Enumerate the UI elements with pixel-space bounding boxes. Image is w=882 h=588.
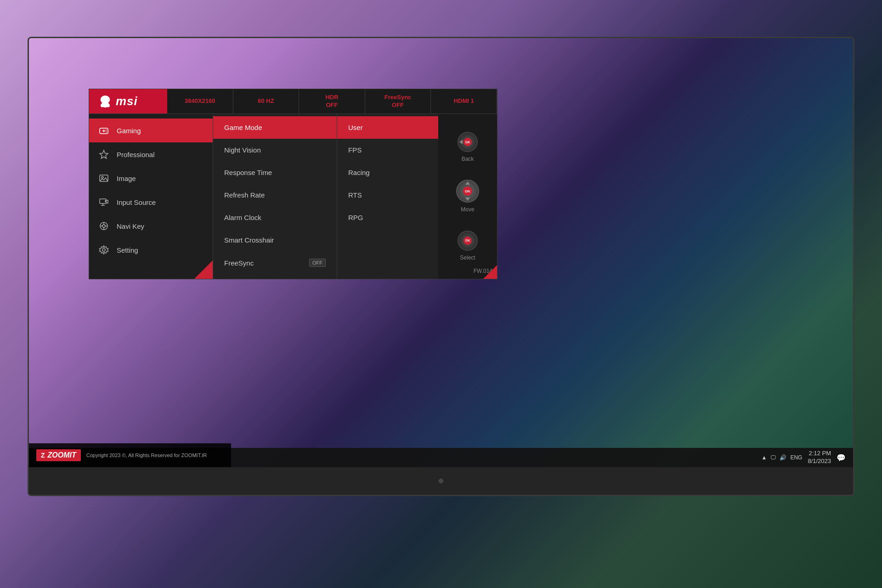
professional-icon [98,149,109,160]
sidebar-item-professional[interactable]: Professional [89,142,213,166]
header-hdr: HDROFF [299,89,365,113]
msi-brand-text: msi [116,94,138,108]
sidebar-image-label: Image [117,175,136,182]
select-label: Select [460,254,475,261]
dragon-icon [98,95,112,108]
smart-crosshair-label: Smart Crosshair [224,236,274,244]
rpg-label: RPG [348,214,363,221]
osd-header: msi 3840X2160 60 HZ HDROFF FreeSyncOFF H… [89,89,498,114]
up-arrow-icon [465,181,470,185]
game-mode-rts[interactable]: RTS [337,184,438,206]
right-panel: User FPS Racing RTS RPG [337,114,438,279]
header-input: HDMI 1 [431,89,497,113]
sidebar-item-navi-key[interactable]: Navi Key [89,214,213,238]
svg-marker-5 [100,150,108,158]
gaming-icon [98,125,109,136]
sidebar-setting-label: Setting [117,246,138,254]
menu-item-night-vision[interactable]: Night Vision [213,139,337,161]
sidebar-navi-key-label: Navi Key [117,222,144,230]
sidebar-item-input-source[interactable]: Input Source [89,190,213,214]
sidebar-gaming-label: Gaming [117,127,141,135]
svg-point-7 [102,176,103,178]
left-arrow-icon [459,140,463,144]
taskbar-time: 2:12 PM [808,450,831,458]
power-button[interactable] [439,479,443,483]
back-label: Back [462,156,474,162]
user-label: User [348,124,363,131]
move-ok-text: OK [465,189,470,193]
sidebar-item-gaming[interactable]: Gaming [89,119,213,142]
sidebar: Gaming Professional [89,114,213,279]
move-button[interactable]: OK [456,180,479,203]
move-label: Move [461,206,474,213]
corner-decoration [483,265,497,279]
game-mode-racing[interactable]: Racing [337,161,438,184]
refresh-rate-label: Refresh Rate [224,191,265,199]
game-mode-rpg[interactable]: RPG [337,206,438,229]
taskbar-right-section: ▲ 🖵 🔊 ENG 2:12 PM 8/1/2023 💬 [761,450,846,465]
monitor-frame: msi 3840X2160 60 HZ HDROFF FreeSyncOFF H… [28,37,854,496]
back-ok-text: OK [465,141,470,144]
select-button[interactable]: OK [458,231,478,251]
header-refresh: 60 HZ [233,89,300,113]
response-time-label: Response Time [224,169,272,176]
game-mode-label: Game Mode [224,124,262,131]
night-vision-label: Night Vision [224,146,261,154]
sidebar-input-source-label: Input Source [117,198,156,206]
monitor-screen: msi 3840X2160 60 HZ HDROFF FreeSyncOFF H… [29,38,853,467]
svg-point-3 [106,130,107,130]
menu-item-freesync[interactable]: FreeSync OFF [213,251,337,274]
menu-item-refresh-rate[interactable]: Refresh Rate [213,184,337,206]
menu-item-smart-crosshair[interactable]: Smart Crosshair [213,229,337,251]
osd-overlay: msi 3840X2160 60 HZ HDROFF FreeSyncOFF H… [89,89,498,279]
controls-panel: OK Back OK M [438,114,497,279]
rts-label: RTS [348,191,362,199]
header-freesync: FreeSyncOFF [365,89,431,113]
freesync-label: FreeSync [224,259,254,267]
sidebar-item-image[interactable]: Image [89,166,213,190]
select-ok-text: OK [465,239,470,242]
move-ok-circle: OK [463,187,472,196]
notification-icon[interactable]: 💬 [837,453,846,462]
middle-panel: Game Mode Night Vision Response Time Ref… [213,114,337,279]
menu-item-response-time[interactable]: Response Time [213,161,337,184]
input-source-icon [98,197,109,208]
language-label: ENG [790,454,802,461]
move-control-group: OK Move [456,180,479,213]
svg-point-4 [106,131,107,132]
fps-label: FPS [348,146,362,154]
zoomit-watermark: Z ZOOMIT Copyright 2023 ©, All Rights Re… [29,443,231,467]
racing-label: Racing [348,169,370,176]
svg-point-17 [102,249,105,251]
zoomit-z-icon: Z [41,452,45,459]
zoomit-logo: Z ZOOMIT [36,449,81,461]
sidebar-professional-label: Professional [117,151,155,158]
sidebar-item-setting[interactable]: Setting [89,238,213,262]
taskbar-system-icons: ▲ 🖵 🔊 ENG [761,454,802,461]
msi-logo: msi [89,89,167,113]
zoomit-brand-text: ZOOMIT [48,451,76,459]
menu-item-game-mode[interactable]: Game Mode [213,116,337,139]
game-mode-fps[interactable]: FPS [337,139,438,161]
select-control-group: OK Select [458,231,478,261]
setting-icon [98,244,109,255]
game-mode-user[interactable]: User [337,116,438,139]
monitor-icon: 🖵 [770,454,776,461]
osd-body: Gaming Professional [89,114,498,279]
taskbar-date: 8/1/2023 [808,458,831,465]
volume-icon: 🔊 [780,454,786,461]
svg-point-12 [102,225,105,227]
image-icon [98,173,109,184]
sidebar-corner-decoration [194,260,213,279]
back-control-group: OK Back [458,132,478,162]
taskbar-clock: 2:12 PM 8/1/2023 [808,450,831,465]
back-button[interactable]: OK [458,132,478,152]
freesync-badge: OFF [309,259,326,267]
chevron-up-icon: ▲ [761,454,767,461]
alarm-clock-label: Alarm Clock [224,214,261,221]
select-ok-circle: OK [464,237,472,245]
zoomit-copyright-text: Copyright 2023 ©, All Rights Reserved fo… [86,452,207,458]
menu-item-alarm-clock[interactable]: Alarm Clock [213,206,337,229]
navi-key-icon [98,220,109,232]
header-resolution: 3840X2160 [167,89,233,113]
